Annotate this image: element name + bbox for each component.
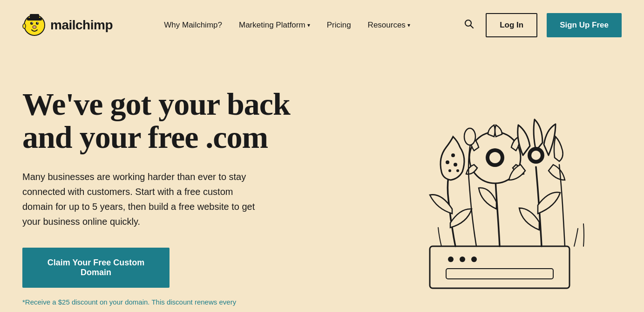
header-actions: Log In Sign Up Free xyxy=(461,13,622,37)
search-button[interactable] xyxy=(461,16,476,34)
hero-section: We've got your back and your free .com M… xyxy=(0,50,644,312)
hero-title: We've got your back and your free .com xyxy=(22,88,339,154)
svg-point-4 xyxy=(30,22,33,25)
svg-line-12 xyxy=(471,26,474,28)
svg-point-18 xyxy=(446,160,449,164)
hero-description: Many businesses are working harder than … xyxy=(22,169,260,229)
site-header: mailchimp Why Mailchimp? Marketing Platf… xyxy=(0,0,644,50)
hero-illustration xyxy=(355,50,644,312)
nav-item-marketing-platform[interactable]: Marketing Platform ▾ xyxy=(239,21,310,30)
svg-point-20 xyxy=(454,163,457,166)
svg-point-19 xyxy=(451,153,455,157)
svg-point-15 xyxy=(460,257,465,262)
nav-item-resources[interactable]: Resources ▾ xyxy=(368,21,410,30)
svg-point-25 xyxy=(489,152,501,163)
logo-wordmark: mailchimp xyxy=(50,18,113,33)
svg-point-7 xyxy=(37,22,38,23)
search-icon xyxy=(463,18,475,29)
logo-link[interactable]: mailchimp xyxy=(22,13,113,37)
cta-button[interactable]: Claim Your Free Custom Domain xyxy=(22,248,169,288)
svg-rect-13 xyxy=(430,246,569,288)
svg-point-14 xyxy=(448,257,454,262)
svg-point-5 xyxy=(36,22,39,25)
nav-item-why-mailchimp[interactable]: Why Mailchimp? xyxy=(164,21,222,30)
hero-content: We've got your back and your free .com M… xyxy=(22,69,339,307)
mailchimp-logo-icon xyxy=(22,13,47,37)
chevron-down-icon: ▾ xyxy=(307,22,310,28)
login-button[interactable]: Log In xyxy=(486,13,537,37)
chevron-down-icon: ▾ xyxy=(407,22,410,28)
svg-point-22 xyxy=(456,169,459,172)
nav-item-pricing[interactable]: Pricing xyxy=(327,21,351,30)
svg-point-21 xyxy=(448,169,451,172)
svg-point-16 xyxy=(471,257,477,262)
signup-button[interactable]: Sign Up Free xyxy=(547,13,622,37)
flowers-illustration xyxy=(369,64,630,307)
svg-rect-17 xyxy=(446,269,553,279)
main-nav: Why Mailchimp? Marketing Platform ▾ Pric… xyxy=(164,21,410,30)
svg-point-10 xyxy=(23,24,26,28)
svg-rect-3 xyxy=(30,14,39,19)
svg-point-28 xyxy=(464,128,475,145)
disclaimer-text: *Receive a $25 discount on your domain. … xyxy=(22,297,255,308)
svg-point-27 xyxy=(531,151,541,160)
svg-point-6 xyxy=(32,22,33,23)
